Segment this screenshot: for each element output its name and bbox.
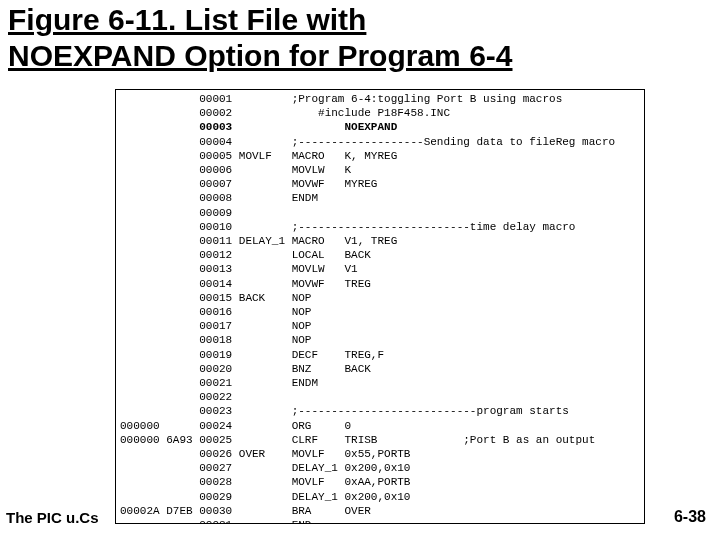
listing-box: 00001 ;Program 6-4:toggling Port B using… bbox=[115, 89, 645, 524]
title-line-2: NOEXPAND Option for Program 6-4 bbox=[8, 39, 513, 72]
figure-title: Figure 6-11. List File with NOEXPAND Opt… bbox=[8, 2, 708, 74]
title-line-1: Figure 6-11. List File with bbox=[8, 3, 366, 36]
footer-left: The PIC u.Cs bbox=[6, 509, 99, 526]
page-number: 6-38 bbox=[674, 508, 706, 526]
source-listing: 00001 ;Program 6-4:toggling Port B using… bbox=[116, 90, 644, 524]
